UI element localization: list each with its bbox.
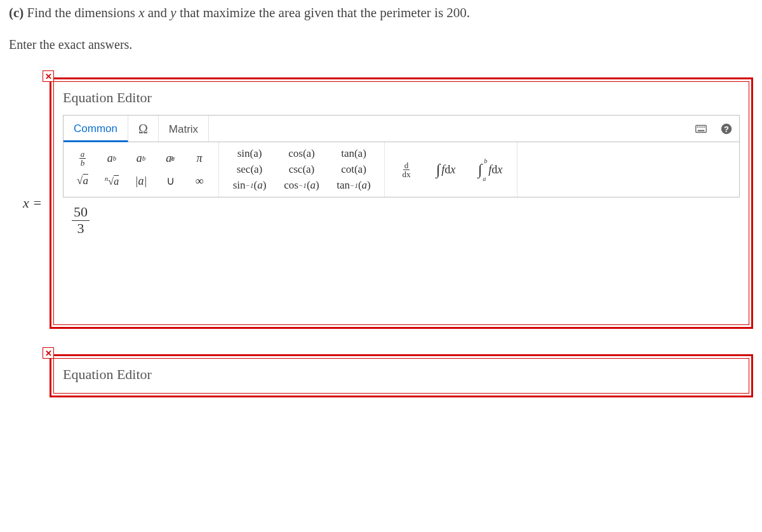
svg-text:?: ? (724, 124, 729, 133)
equation-editor-x: ✕ Equation Editor Common Ω Matrix ? (50, 77, 753, 329)
help-icon: ? (719, 122, 733, 136)
instruction-text: Enter the exact answers. (9, 37, 753, 52)
equation-editor-y: ✕ Equation Editor (50, 354, 753, 397)
tab-matrix[interactable]: Matrix (159, 116, 209, 142)
lhs-x: x = (9, 195, 44, 211)
btn-subsup[interactable]: acb (156, 147, 184, 169)
btn-pi[interactable]: π (185, 147, 213, 169)
answer-row-x: x = ✕ Equation Editor Common Ω Matrix (9, 77, 753, 329)
editor-toolbar: Common Ω Matrix ? ab (63, 115, 740, 197)
question-text: (c) Find the dimensions x and y that max… (9, 4, 753, 22)
btn-derivative[interactable]: ddx (392, 159, 420, 180)
svg-rect-0 (696, 125, 707, 132)
btn-atan[interactable]: tan−1(a) (330, 175, 378, 196)
btn-integral[interactable]: ∫f dx (427, 159, 465, 180)
tab-common[interactable]: Common (64, 116, 128, 142)
incorrect-badge[interactable]: ✕ (43, 70, 54, 82)
answer-fraction: 50 3 (72, 204, 90, 236)
btn-sqrt[interactable]: √a (69, 170, 97, 192)
close-icon: ✕ (45, 349, 52, 357)
btn-infinity[interactable]: ∞ (185, 170, 213, 192)
btn-nroot[interactable]: n√a (98, 170, 126, 192)
btn-definite-integral[interactable]: ∫baf dx (471, 159, 509, 180)
button-row: ab ab ab acb π √a n√a |a| ∪ ∞ sin( (64, 142, 739, 197)
btn-acos[interactable]: cos−1(a) (277, 175, 326, 196)
btn-union[interactable]: ∪ (156, 170, 184, 192)
keyboard-icon (694, 122, 708, 136)
editor-title: Equation Editor (63, 366, 740, 383)
help-button[interactable]: ? (714, 116, 739, 142)
editor-title: Equation Editor (63, 90, 740, 106)
btn-fraction[interactable]: ab (69, 147, 97, 169)
tab-row: Common Ω Matrix ? (64, 116, 739, 142)
keyboard-button[interactable] (688, 116, 714, 142)
part-label: (c) (9, 5, 23, 20)
btn-subscript[interactable]: ab (127, 147, 155, 169)
group-basic: ab ab ab acb π √a n√a |a| ∪ ∞ (64, 142, 219, 197)
incorrect-badge[interactable]: ✕ (43, 347, 54, 359)
btn-abs[interactable]: |a| (127, 170, 155, 192)
close-icon: ✕ (45, 72, 52, 81)
group-calc: ddx ∫f dx ∫baf dx (385, 142, 518, 197)
answer-row-y: ✕ Equation Editor (9, 354, 753, 397)
tab-omega[interactable]: Ω (128, 116, 159, 142)
btn-power[interactable]: ab (98, 147, 126, 169)
equation-input[interactable]: 50 3 (63, 197, 740, 317)
group-trig: sin(a) cos(a) tan(a) sec(a) csc(a) cot(a… (219, 142, 385, 197)
btn-asin[interactable]: sin−1(a) (225, 175, 274, 196)
